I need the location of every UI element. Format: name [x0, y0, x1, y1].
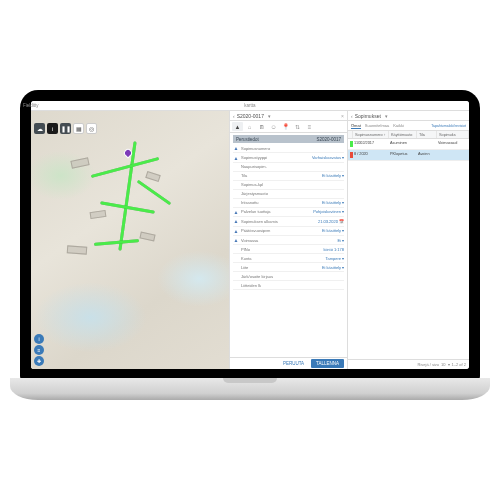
- contracts-footer: Rivejä / sivu 10 ▾ 1–2 of 2: [348, 359, 469, 369]
- tab-own[interactable]: Omat: [351, 123, 361, 129]
- map-panel[interactable]: ☁ i ❚❚ ▦ ◎ i ≡ ✚: [31, 111, 229, 369]
- cell-state: [416, 139, 436, 149]
- form-row: Järjestysmuoto: [233, 190, 344, 199]
- contracts-header: ‹ Sopimukset ▾: [348, 111, 469, 121]
- save-button[interactable]: TALLENNA: [311, 359, 344, 368]
- form-row: Järk/osoite kirjaus: [233, 272, 344, 281]
- form-row: Liitteiden lk: [233, 281, 344, 290]
- chevron-left-icon[interactable]: ‹: [233, 113, 235, 119]
- rows-per-page-value[interactable]: 10: [441, 362, 445, 367]
- field-value: kiintö 1:178: [324, 247, 344, 252]
- table-header: Sopimusnumero ↑ Käyttömuuto Tila Sopimuk…: [348, 131, 469, 139]
- col-state[interactable]: Tila: [417, 131, 437, 138]
- layers-button[interactable]: ≡: [34, 345, 44, 355]
- target-icon[interactable]: ◎: [86, 123, 97, 134]
- contracts-tabs: Omat Suunnitelmaa Kaikki Tapahtumaloki/r…: [348, 121, 469, 131]
- bezel: Fielditty kartta ☁ i ❚❚ ▦ ◎ i ≡ ✚: [20, 90, 480, 380]
- rows-per-page-label: Rivejä / sivu: [418, 362, 440, 367]
- form-row: IrtisanottuEi käsittely: [233, 199, 344, 208]
- form-row: Sopimus-kpl: [233, 181, 344, 190]
- col-number[interactable]: Sopimusnumero ↑: [353, 131, 389, 138]
- cell-state: Avoinn: [416, 150, 436, 160]
- contracts-title: Sopimukset: [355, 113, 381, 119]
- details-header: ‹ S2020-0017 ▾ ×: [230, 111, 347, 121]
- close-icon[interactable]: ×: [341, 113, 344, 119]
- field-label: Irtisanottu: [241, 200, 320, 205]
- calendar-icon[interactable]: 📅: [339, 219, 344, 224]
- field-label: Liitteiden lk: [241, 283, 342, 288]
- info-button[interactable]: i: [34, 334, 44, 344]
- form-row: ▲Sopimusnumero: [233, 144, 344, 153]
- field-icon: ▲: [233, 145, 239, 151]
- laptop-frame: Fielditty kartta ☁ i ❚❚ ▦ ◎ i ≡ ✚: [20, 90, 480, 410]
- cloud-icon[interactable]: ☁: [34, 123, 45, 134]
- field-dropdown[interactable]: Ei: [337, 238, 344, 243]
- form-row: PINokiintö 1:178: [233, 245, 344, 254]
- col-use[interactable]: Käyttömuuto: [389, 131, 417, 138]
- grid-icon[interactable]: ▦: [73, 123, 84, 134]
- field-label: Päätösvuosipvm: [241, 228, 320, 233]
- chevron-down-icon[interactable]: ▾: [385, 113, 388, 119]
- notch: [223, 378, 277, 383]
- field-dropdown[interactable]: Ei käsittely: [322, 228, 344, 233]
- screen: Fielditty kartta ☁ i ❚❚ ▦ ◎ i ≡ ✚: [31, 101, 469, 369]
- page-range: 1–2 of 2: [452, 362, 466, 367]
- tab-list-icon[interactable]: ≡: [304, 122, 315, 131]
- tab-plan[interactable]: Suunnitelmaa: [365, 123, 389, 128]
- chevron-down-icon[interactable]: ▾: [268, 113, 271, 119]
- details-tabs: ▲ ⌂ 🗎 ☺ 📍 ⇅ ≡: [230, 121, 347, 133]
- info-icon[interactable]: i: [47, 123, 58, 134]
- table-row[interactable]: 8 / 2020PK/opetusAvoinn: [348, 150, 469, 161]
- title-right: kartta: [244, 103, 255, 108]
- field-label: Naapurisopim.: [241, 164, 342, 169]
- form-row: ▲PäätösvuosipvmEi käsittely: [233, 227, 344, 236]
- details-body: Perustiedot S2020-0017 ▲Sopimusnumero▲So…: [230, 133, 347, 357]
- table-row[interactable]: 11002/2017AsuminenVoimassaol: [348, 139, 469, 150]
- col-extra[interactable]: Sopimuks: [437, 131, 469, 138]
- field-dropdown[interactable]: Ei käsittely: [322, 265, 344, 270]
- field-icon: ▲: [233, 155, 239, 161]
- cancel-button[interactable]: PERUUTA: [279, 359, 308, 368]
- field-icon: ▲: [233, 209, 239, 215]
- field-icon: ▲: [233, 228, 239, 234]
- app-title: Fielditty: [31, 103, 39, 108]
- laptop-base: [10, 378, 490, 400]
- tab-basic-icon[interactable]: ▲: [232, 122, 243, 131]
- pause-icon[interactable]: ❚❚: [60, 123, 71, 134]
- field-dropdown[interactable]: Pohjoiskoviinen: [313, 209, 344, 214]
- chevron-left-icon[interactable]: ‹: [351, 113, 353, 119]
- cell-extra: [436, 150, 469, 160]
- section-header[interactable]: Perustiedot S2020-0017: [233, 135, 344, 143]
- building: [66, 245, 87, 254]
- tab-all[interactable]: Kaikki: [393, 123, 404, 128]
- locate-button[interactable]: ✚: [34, 356, 44, 366]
- form-row: ▲VoimassaEi: [233, 236, 344, 245]
- titlebar: Fielditty kartta: [31, 101, 469, 111]
- field-label: Järjestysmuoto: [241, 191, 342, 196]
- log-link[interactable]: Tapahtumaloki/revisiot: [431, 124, 466, 128]
- field-icon: ▲: [233, 218, 239, 224]
- form-row: ▲Palvelun tuottajaPohjoiskoviinen: [233, 208, 344, 217]
- field-date[interactable]: 21.03.2020📅: [318, 219, 344, 224]
- field-dropdown[interactable]: Ei käsittely: [322, 173, 344, 178]
- tab-user-icon[interactable]: ☺: [268, 122, 279, 131]
- field-label: Sopimusnumero: [241, 146, 342, 151]
- field-label: Voimassa: [241, 238, 335, 243]
- cell-number: 8 / 2020: [352, 150, 388, 160]
- details-footer: PERUUTA TALLENNA: [230, 357, 347, 369]
- form-row: TilaEi käsittely: [233, 172, 344, 181]
- field-label: Liite: [241, 265, 320, 270]
- field-dropdown[interactable]: Tampere: [325, 256, 344, 261]
- tab-home-icon[interactable]: ⌂: [244, 122, 255, 131]
- field-dropdown[interactable]: Ei käsittely: [322, 200, 344, 205]
- field-dropdown[interactable]: Varhaiskasvatus: [312, 155, 344, 160]
- cell-use: PK/opetus: [388, 150, 416, 160]
- section-title: Perustiedot: [236, 137, 259, 142]
- tab-pin-icon[interactable]: 📍: [280, 122, 291, 131]
- field-label: Sopimus-kpl: [241, 182, 342, 187]
- cell-number: 11002/2017: [352, 139, 388, 149]
- field-label: Järk/osoite kirjaus: [241, 274, 342, 279]
- tab-sort-icon[interactable]: ⇅: [292, 122, 303, 131]
- tab-file-icon[interactable]: 🗎: [256, 122, 267, 131]
- chevron-down-icon[interactable]: ▾: [448, 362, 450, 367]
